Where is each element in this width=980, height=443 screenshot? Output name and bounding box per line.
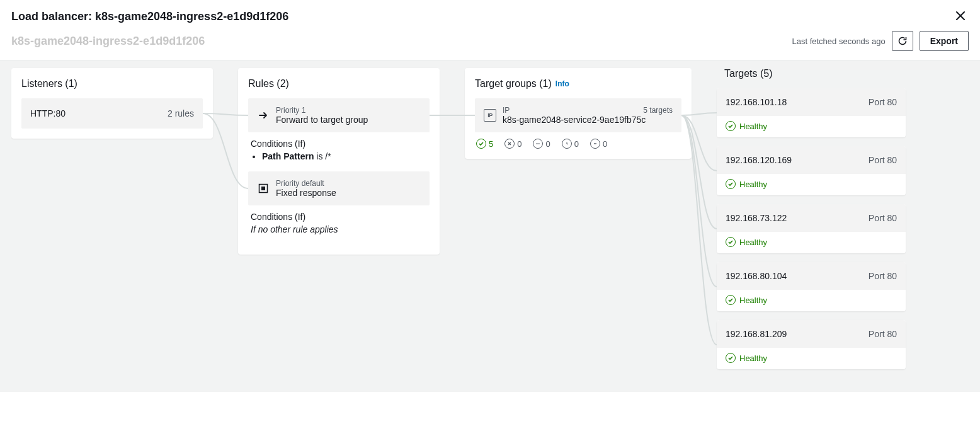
health-initial: 0: [533, 139, 550, 149]
refresh-icon: [897, 36, 908, 46]
condition-text: If no other rule applies: [251, 224, 338, 234]
check-circle-icon: [726, 121, 736, 131]
target-port: Port 80: [869, 97, 897, 107]
target-group-row[interactable]: IP IP 5 targets k8s-game2048-service2-9a…: [475, 98, 681, 132]
listeners-title: Listeners (1): [21, 78, 203, 89]
health-unhealthy: 0: [504, 139, 521, 149]
fixed-response-icon: [257, 182, 270, 195]
last-fetched-label: Last fetched seconds ago: [792, 37, 885, 46]
targets-column: Targets (5) 192.168.101.18Port 80Healthy…: [717, 68, 906, 378]
listener-detail: 2 rules: [168, 108, 194, 118]
close-icon: [955, 10, 966, 21]
listeners-panel: Listeners (1) HTTP:80 2 rules: [11, 68, 213, 139]
target-group-count: 5 targets: [643, 106, 673, 115]
check-circle-icon: [476, 139, 486, 149]
condition-label: Path Pattern: [262, 151, 314, 161]
rule-action: Fixed response: [276, 188, 421, 198]
target-port: Port 80: [869, 155, 897, 165]
target-status: Healthy: [717, 116, 906, 131]
target-card[interactable]: 192.168.120.169Port 80Healthy: [717, 146, 906, 195]
target-status-label: Healthy: [739, 354, 767, 363]
target-ip: 192.168.80.104: [726, 271, 787, 281]
ip-icon: IP: [484, 109, 496, 122]
rule-priority: Priority 1: [276, 106, 421, 115]
health-draining: 0: [562, 139, 579, 149]
listener-label: HTTP:80: [30, 108, 66, 118]
info-link[interactable]: Info: [556, 79, 569, 88]
check-circle-icon: [726, 295, 736, 305]
target-ip: 192.168.81.209: [726, 329, 787, 339]
target-status: Healthy: [717, 174, 906, 189]
check-circle-icon: [726, 179, 736, 189]
target-card[interactable]: 192.168.73.122Port 80Healthy: [717, 204, 906, 253]
rules-panel: Rules (2) Priority 1 Forward to target g…: [238, 68, 440, 255]
target-status-label: Healthy: [739, 238, 767, 247]
target-status: Healthy: [717, 290, 906, 305]
target-groups-panel: Target groups (1) Info IP IP 5 targets k…: [465, 68, 692, 159]
svg-point-2: [537, 143, 538, 144]
health-healthy: 5: [476, 139, 493, 149]
target-card[interactable]: 192.168.80.104Port 80Healthy: [717, 262, 906, 311]
target-groups-title: Target groups (1) Info: [475, 78, 681, 89]
modal-title-prefix: Load balancer:: [11, 10, 95, 23]
target-ip: 192.168.73.122: [726, 213, 787, 223]
rule-conditions: Conditions (If) If no other rule applies: [251, 212, 427, 234]
target-status: Healthy: [717, 232, 906, 247]
target-ip: 192.168.101.18: [726, 97, 787, 107]
condition-rest: is /*: [314, 151, 331, 161]
target-ip: 192.168.120.169: [726, 155, 792, 165]
target-card[interactable]: 192.168.81.209Port 80Healthy: [717, 320, 906, 369]
rules-title: Rules (2): [248, 78, 430, 89]
modal-header: Load balancer: k8s-game2048-ingress2-e1d…: [0, 0, 980, 31]
modal-title-name: k8s-game2048-ingress2-e1d9d1f206: [95, 10, 288, 23]
health-unused: 0: [590, 139, 607, 149]
forward-icon: [257, 109, 270, 122]
modal-title: Load balancer: k8s-game2048-ingress2-e1d…: [11, 10, 288, 23]
dots-circle-icon: [533, 139, 543, 149]
breadcrumb-ghost: k8s-game2048-ingress2-e1d9d1f206: [11, 35, 205, 48]
rule-conditions: Conditions (If) Path Pattern is /*: [251, 139, 427, 161]
listener-row[interactable]: HTTP:80 2 rules: [21, 98, 203, 129]
resource-map-canvas: Listeners (1) HTTP:80 2 rules Rules (2) …: [0, 60, 980, 392]
target-group-name: k8s-game2048-service2-9ae19fb75c: [503, 115, 673, 125]
conditions-title: Conditions (If): [251, 139, 427, 149]
header-actions: Last fetched seconds ago Export: [792, 31, 969, 51]
clock-circle-icon: [562, 139, 572, 149]
target-status-label: Healthy: [739, 180, 767, 189]
rule-priority: Priority default: [276, 179, 421, 188]
target-status-label: Healthy: [739, 296, 767, 305]
minus-circle-icon: [590, 139, 600, 149]
svg-point-3: [538, 143, 539, 144]
rule-row[interactable]: Priority default Fixed response: [248, 171, 430, 205]
health-summary: 5 0 0 0: [475, 139, 681, 149]
rule-row[interactable]: Priority 1 Forward to target group: [248, 98, 430, 132]
svg-point-4: [539, 143, 540, 144]
subheader: k8s-game2048-ingress2-e1d9d1f206 Last fe…: [0, 31, 980, 60]
target-port: Port 80: [869, 271, 897, 281]
close-button[interactable]: [952, 8, 969, 26]
x-circle-icon: [504, 139, 515, 149]
target-card[interactable]: 192.168.101.18Port 80Healthy: [717, 88, 906, 137]
target-port: Port 80: [869, 329, 897, 339]
targets-title: Targets (5): [724, 68, 906, 79]
target-group-type: IP: [503, 106, 510, 115]
target-status-label: Healthy: [739, 122, 767, 131]
target-groups-title-text: Target groups (1): [475, 78, 552, 89]
export-button[interactable]: Export: [920, 31, 969, 51]
condition-item: Path Pattern is /*: [262, 151, 427, 161]
refresh-button[interactable]: [892, 31, 913, 51]
check-circle-icon: [726, 237, 736, 247]
svg-rect-1: [261, 187, 265, 190]
check-circle-icon: [726, 353, 736, 363]
target-status: Healthy: [717, 348, 906, 363]
rule-action: Forward to target group: [276, 115, 421, 125]
export-label: Export: [930, 36, 958, 46]
conditions-title: Conditions (If): [251, 212, 427, 222]
target-port: Port 80: [869, 213, 897, 223]
